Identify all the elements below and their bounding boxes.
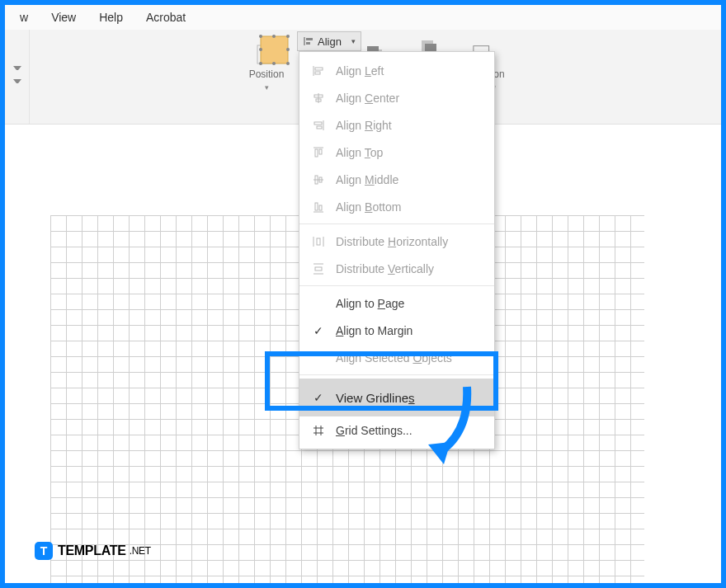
menu-align-center-label: Align Center [336, 92, 399, 105]
svg-rect-42 [317, 238, 320, 245]
menu-align-selected-label: Align Selected Objects [336, 351, 452, 365]
distribute-v-icon [311, 261, 326, 276]
menu-align-top-label: Align Top [336, 146, 383, 159]
menu-align-right-label: Align Right [336, 119, 392, 132]
menu-separator [299, 285, 494, 286]
align-dropdown-button[interactable]: Align ▾ [297, 31, 361, 51]
menu-align-to-page-label: Align to Page [336, 297, 404, 310]
align-bottom-icon [311, 200, 326, 214]
menu-distribute-vertical[interactable]: Distribute Vertically [299, 255, 494, 282]
svg-point-18 [286, 48, 290, 51]
align-icon [303, 35, 314, 47]
menu-align-selected-objects[interactable]: Align Selected Objects [299, 344, 494, 371]
svg-rect-32 [315, 149, 318, 157]
selected-object-icon [256, 31, 293, 68]
svg-rect-20 [306, 38, 313, 40]
svg-rect-29 [314, 122, 322, 125]
menu-align-left-label: Align Left [336, 64, 384, 78]
svg-rect-21 [306, 42, 310, 45]
align-left-icon [311, 64, 326, 78]
svg-point-17 [259, 48, 262, 51]
distribute-h-icon [311, 234, 326, 249]
menu-separator [299, 223, 494, 224]
svg-point-13 [259, 62, 262, 65]
menu-item-view[interactable]: View [51, 11, 76, 24]
menu-align-to-margin-label: Align to Margin [336, 324, 412, 337]
align-right-icon [311, 118, 326, 133]
svg-rect-39 [319, 205, 322, 210]
menu-item-acrobat[interactable]: Acrobat [146, 11, 186, 24]
svg-rect-33 [319, 149, 322, 154]
qat-dropdown-2[interactable] [13, 79, 21, 87]
chevron-down-icon: ▾ [351, 37, 356, 45]
menu-separator [299, 374, 494, 375]
svg-rect-10 [261, 36, 288, 64]
svg-point-16 [272, 62, 276, 65]
menu-align-top[interactable]: Align Top [299, 139, 494, 166]
svg-point-11 [259, 35, 262, 38]
menu-item-w[interactable]: w [20, 11, 28, 24]
menu-align-to-page[interactable]: Align to Page [299, 289, 494, 317]
align-top-icon [311, 145, 326, 160]
checkmark-icon: ✓ [311, 391, 326, 404]
align-middle-icon [311, 172, 326, 187]
menu-distribute-v-label: Distribute Vertically [336, 262, 434, 275]
align-dropdown-menu: Align Left Align Center Align Right Alig… [299, 51, 495, 449]
svg-rect-23 [315, 68, 323, 70]
menu-view-gridlines[interactable]: ✓ View Gridlines [299, 379, 494, 416]
menu-item-help[interactable]: Help [99, 11, 123, 24]
svg-rect-30 [317, 126, 322, 129]
quick-access-toolbar [5, 30, 30, 124]
menu-grid-settings-label: Grid Settings... [336, 424, 412, 437]
svg-rect-45 [315, 267, 322, 270]
tutorial-frame: w View Help Acrobat Position▾ [0, 0, 726, 588]
menu-align-center[interactable]: Align Center [299, 84, 494, 111]
grid-settings-icon [311, 423, 326, 438]
menu-grid-settings[interactable]: Grid Settings... [299, 416, 494, 444]
position-label: Position [249, 68, 285, 80]
logo-suffix: .NET [130, 545, 151, 557]
menu-view-gridlines-label: View Gridlines [336, 391, 415, 405]
checkmark-icon: ✓ [311, 324, 326, 337]
menu-bar: w View Help Acrobat [5, 5, 721, 30]
menu-align-bottom[interactable]: Align Bottom [299, 193, 494, 220]
align-button-label: Align [318, 35, 342, 48]
align-center-icon [311, 91, 326, 106]
svg-point-15 [272, 35, 276, 38]
menu-align-middle-label: Align Middle [336, 173, 398, 186]
menu-align-middle[interactable]: Align Middle [299, 166, 494, 193]
logo-text: TEMPLATE [58, 543, 126, 558]
svg-point-14 [286, 62, 290, 65]
menu-distribute-h-label: Distribute Horizontally [336, 235, 448, 248]
svg-rect-38 [315, 203, 318, 210]
logo-badge: T [35, 542, 53, 560]
menu-align-bottom-label: Align Bottom [336, 200, 401, 214]
menu-align-to-margin[interactable]: ✓ Align to Margin [299, 317, 494, 344]
menu-align-right[interactable]: Align Right [299, 111, 494, 139]
svg-point-12 [286, 35, 290, 38]
svg-rect-24 [315, 72, 320, 74]
template-net-logo: T TEMPLATE.NET [35, 542, 151, 560]
chevron-down-icon: ▾ [265, 83, 269, 92]
menu-align-left[interactable]: Align Left [299, 57, 494, 84]
menu-distribute-horizontal[interactable]: Distribute Horizontally [299, 228, 494, 255]
qat-dropdown-1[interactable] [13, 66, 21, 74]
